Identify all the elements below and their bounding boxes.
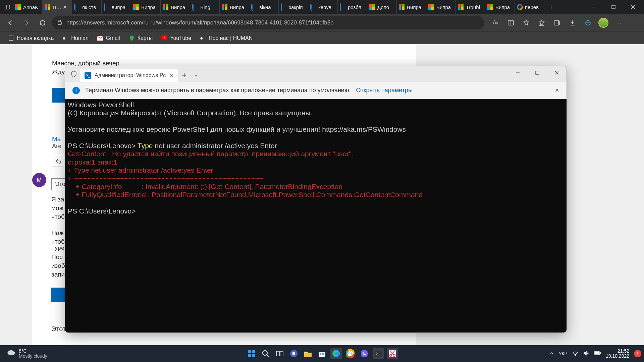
reply-icon-box[interactable] (52, 155, 64, 167)
tab-17[interactable]: перев (515, 0, 544, 14)
viber-app[interactable] (359, 348, 370, 359)
tray-chevron[interactable] (549, 351, 554, 357)
ie-mode-icon[interactable] (581, 16, 595, 30)
tab-4[interactable]: Випра (131, 0, 161, 14)
window-minimize[interactable] (584, 0, 604, 14)
tab-7[interactable]: Випра (220, 0, 249, 14)
terminal-minimize[interactable] (508, 66, 528, 79)
forward-button[interactable] (19, 16, 34, 30)
tab-12[interactable]: Допо (367, 0, 397, 14)
tab-label: Troubl (466, 4, 480, 10)
bookmark-item[interactable]: YouTube (158, 34, 195, 43)
tab-label: Випра (171, 4, 185, 10)
info-icon: i (72, 87, 80, 94)
body-line: Наж (51, 229, 64, 237)
refresh-button[interactable] (36, 16, 50, 30)
tab-0[interactable]: AnnaK (13, 0, 43, 14)
weather-widget[interactable]: 8°C Mostly cloudy (0, 349, 67, 359)
browser-tab-strip: AnnaK П…✕ як ств випра Випра Випра Bing … (0, 0, 644, 14)
terminal-close[interactable] (547, 66, 567, 79)
tab-9[interactable]: закріп (279, 0, 308, 14)
task-view[interactable] (274, 348, 285, 359)
svg-point-50 (575, 355, 576, 356)
svg-rect-42 (361, 350, 368, 357)
terminal-window: >_ Администратор: Windows Pc ✕ + i Терми… (65, 66, 567, 333)
taskbar: 8°C Mostly cloudy >_ УКР 21:52 19.10.202… (0, 345, 644, 362)
page-icon (8, 35, 14, 41)
tab-14[interactable]: Випра (426, 0, 456, 14)
open-settings-link[interactable]: Открыть параметры (356, 87, 412, 94)
tab-label: керув (318, 4, 331, 10)
tab-3[interactable]: випра (102, 0, 131, 14)
back-button[interactable] (3, 16, 17, 30)
store-app[interactable] (316, 348, 328, 359)
svg-rect-30 (292, 352, 295, 355)
notification-badge[interactable]: 1 (634, 350, 641, 357)
svg-rect-23 (248, 354, 251, 357)
tab-13[interactable]: Випра (397, 0, 426, 14)
tab-10[interactable]: керув (308, 0, 338, 14)
menu-button[interactable]: ⋯ (612, 16, 626, 30)
favorites-icon[interactable] (535, 16, 549, 30)
url-input[interactable]: https://answers.microsoft.com/ru-ru/wind… (52, 16, 484, 29)
read-aloud-icon[interactable]: A» (488, 16, 502, 30)
chat-app[interactable] (288, 348, 300, 359)
terminal-titlebar[interactable]: >_ Администратор: Windows Pc ✕ + (65, 66, 567, 82)
search-button[interactable] (260, 348, 271, 359)
terminal-dropdown[interactable] (190, 69, 202, 82)
explorer-app[interactable] (302, 348, 314, 359)
author-link[interactable]: Ma (52, 135, 61, 143)
bookmark-item[interactable]: ●Human (59, 34, 92, 43)
tab-label: Випра (495, 4, 510, 10)
tab-5[interactable]: Випра (161, 0, 190, 14)
battery-icon[interactable] (594, 351, 601, 357)
bookmark-item[interactable]: Gmail (94, 34, 123, 43)
bookmark-item[interactable]: Новая вкладка (5, 34, 57, 43)
tab-2[interactable]: як ств (72, 0, 102, 14)
tab-label: Випра (230, 4, 244, 10)
body-line: изоб (51, 261, 65, 270)
bookmark-item[interactable]: ●Про нас | HUMAN (197, 34, 256, 43)
chrome-app[interactable] (344, 348, 356, 359)
tab-11[interactable]: розбл (338, 0, 367, 14)
volume-icon[interactable] (583, 350, 589, 357)
terminal-tab-title: Администратор: Windows Pc (95, 72, 166, 78)
tab-8[interactable]: вікна (249, 0, 279, 14)
star-icon[interactable] (519, 16, 533, 30)
tab-15[interactable]: Troubl (456, 0, 485, 14)
start-button[interactable] (246, 348, 257, 359)
close-icon[interactable]: ✕ (169, 72, 173, 79)
translate-icon[interactable] (504, 16, 518, 30)
snipping-app[interactable] (387, 348, 398, 359)
clock[interactable]: 21:52 19.10.2022 (606, 349, 629, 359)
profile-avatar[interactable] (596, 16, 610, 30)
new-tab-button[interactable]: + (544, 3, 558, 11)
close-icon[interactable]: ✕ (63, 4, 67, 10)
tab-6[interactable]: Bing (190, 0, 220, 14)
info-close[interactable]: ✕ (555, 87, 559, 94)
tab-label: Допо (377, 4, 389, 10)
tab-actions-btn[interactable] (1, 0, 13, 14)
terminal-maximize[interactable] (528, 66, 547, 79)
collections-icon[interactable] (550, 16, 564, 30)
language-indicator[interactable]: УКР (559, 351, 568, 356)
terminal-body[interactable]: Windows PowerShell (C) Корпорация Майкро… (65, 99, 567, 333)
terminal-app[interactable]: >_ (373, 348, 384, 359)
tab-1[interactable]: П…✕ (43, 0, 72, 14)
svg-point-41 (349, 352, 352, 355)
edge-app[interactable] (330, 348, 342, 359)
window-close[interactable] (623, 0, 643, 14)
tab-label: Bing (200, 4, 210, 10)
svg-rect-33 (320, 353, 321, 355)
terminal-new-tab[interactable]: + (178, 69, 190, 82)
bookmark-item[interactable]: Карты (125, 34, 156, 43)
tab-label: вікна (259, 4, 271, 10)
human-icon: ● (200, 35, 206, 41)
tab-16[interactable]: Випра (485, 0, 515, 14)
wifi-icon[interactable] (572, 350, 578, 357)
svg-rect-17 (536, 71, 539, 74)
author-role: Аге (52, 143, 61, 150)
window-maximize[interactable] (604, 0, 623, 14)
terminal-tab[interactable]: >_ Администратор: Windows Pc ✕ (80, 69, 178, 82)
downloads-icon[interactable] (566, 16, 580, 30)
